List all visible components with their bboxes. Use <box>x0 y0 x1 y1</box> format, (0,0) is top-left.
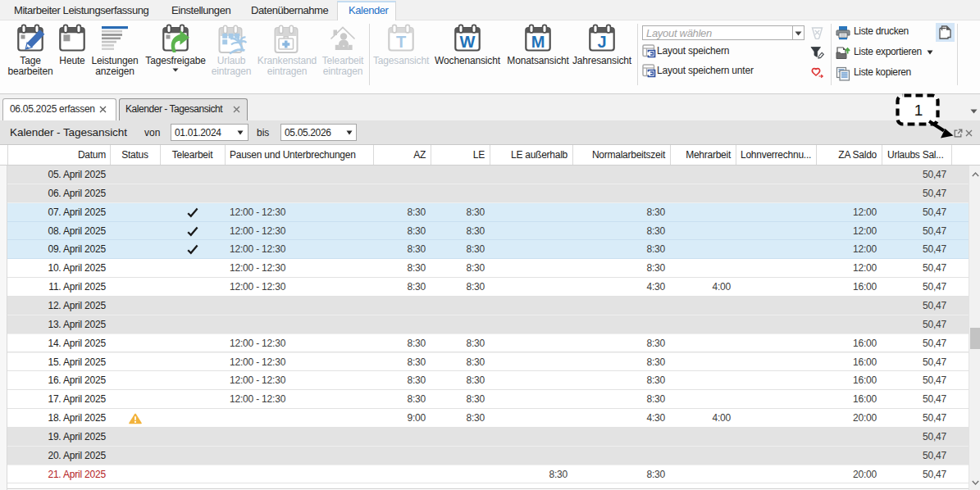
svg-text:M: M <box>531 33 545 51</box>
svg-text:J: J <box>597 33 606 51</box>
svg-text:T: T <box>396 33 406 51</box>
svg-text:W: W <box>460 33 476 51</box>
svg-text:1: 1 <box>914 102 923 119</box>
